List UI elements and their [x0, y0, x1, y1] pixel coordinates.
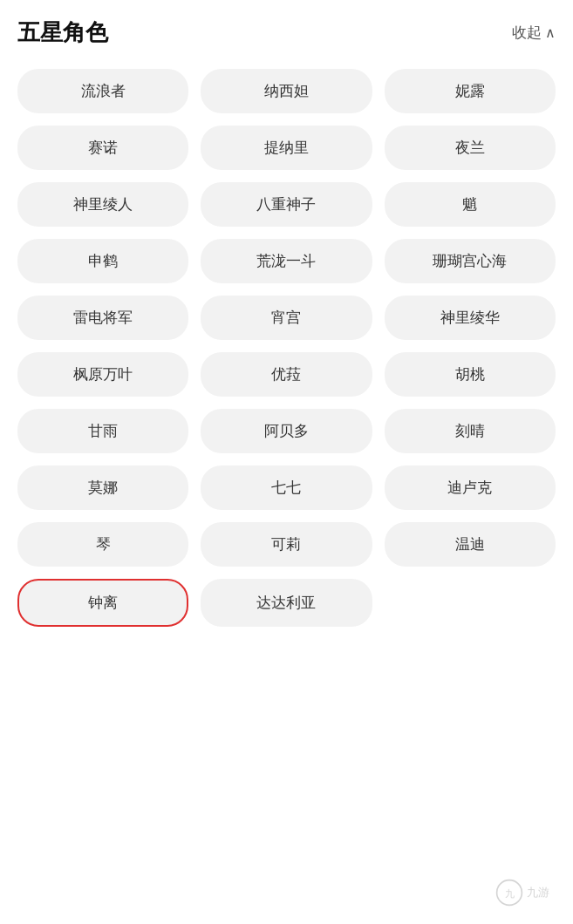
character-tag[interactable]: 达达利亚	[201, 579, 372, 627]
character-tag[interactable]: 甘雨	[17, 409, 188, 453]
character-tag[interactable]: 迪卢克	[385, 465, 556, 510]
character-tag[interactable]: 优菈	[201, 352, 372, 397]
watermark-text: 九游	[527, 885, 549, 900]
character-tag[interactable]: 琴	[17, 522, 188, 567]
character-tag[interactable]: 钟离	[17, 579, 188, 627]
character-tag[interactable]: 妮露	[385, 69, 556, 113]
character-tag[interactable]: 宵宫	[201, 296, 372, 340]
watermark-logo-icon: 九	[495, 879, 523, 907]
character-tag[interactable]: 流浪者	[17, 69, 188, 113]
character-tag[interactable]: 提纳里	[201, 126, 372, 170]
empty-cell	[385, 579, 556, 627]
character-tag[interactable]: 赛诺	[17, 126, 188, 170]
character-tag[interactable]: 阿贝多	[201, 409, 372, 453]
character-tag[interactable]: 刻晴	[385, 409, 556, 453]
character-tag[interactable]: 温迪	[385, 522, 556, 567]
character-tag[interactable]: 申鹤	[17, 239, 188, 283]
character-tag[interactable]: 八重神子	[201, 182, 372, 227]
page-title: 五星角色	[17, 17, 108, 48]
character-tag[interactable]: 神里绫人	[17, 182, 188, 227]
character-tag[interactable]: 珊瑚宫心海	[385, 239, 556, 283]
collapse-button[interactable]: 收起 ∧	[512, 23, 556, 43]
svg-text:九: 九	[505, 888, 515, 899]
character-tag[interactable]: 莫娜	[17, 465, 188, 510]
page-header: 五星角色 收起 ∧	[17, 17, 556, 48]
character-tag[interactable]: 枫原万叶	[17, 352, 188, 397]
character-tag[interactable]: 纳西妲	[201, 69, 372, 113]
character-tag[interactable]: 魈	[385, 182, 556, 227]
character-tag[interactable]: 夜兰	[385, 126, 556, 170]
character-tag[interactable]: 可莉	[201, 522, 372, 567]
character-tag[interactable]: 荒泷一斗	[201, 239, 372, 283]
character-tag[interactable]: 七七	[201, 465, 372, 510]
character-tag[interactable]: 雷电将军	[17, 296, 188, 340]
collapse-label: 收起	[512, 23, 542, 43]
character-tag[interactable]: 胡桃	[385, 352, 556, 397]
chevron-up-icon: ∧	[545, 24, 556, 41]
character-grid: 流浪者纳西妲妮露赛诺提纳里夜兰神里绫人八重神子魈申鹤荒泷一斗珊瑚宫心海雷电将军宵…	[17, 69, 556, 627]
character-tag[interactable]: 神里绫华	[385, 296, 556, 340]
watermark: 九 九游	[488, 877, 557, 908]
